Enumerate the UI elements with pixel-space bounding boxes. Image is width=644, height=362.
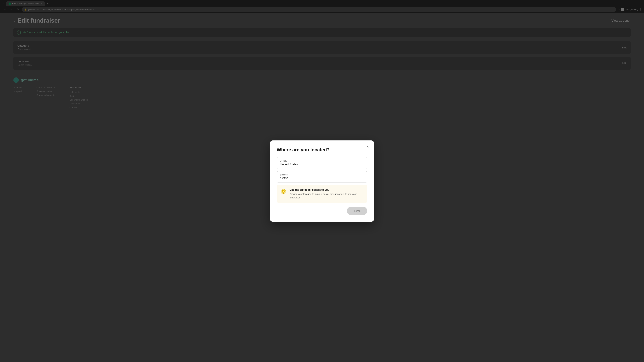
modal-overlay[interactable]: × Where are you located? Country Zip cod… — [0, 0, 644, 362]
zip-label: Zip code — [280, 174, 364, 176]
tip-box: Use the zip code closest to you Provide … — [277, 185, 367, 203]
country-field[interactable]: Country — [277, 157, 367, 169]
svg-rect-1 — [283, 193, 284, 193]
modal-title: Where are you located? — [277, 147, 367, 152]
zip-field[interactable]: Zip code — [277, 171, 367, 183]
modal-close-button[interactable]: × — [364, 144, 371, 150]
country-input[interactable] — [280, 163, 364, 166]
tip-body: Provide your location to make it easier … — [290, 192, 364, 199]
svg-rect-2 — [283, 193, 284, 194]
tip-content: Use the zip code closest to you Provide … — [290, 188, 364, 199]
save-button[interactable]: Save — [347, 207, 367, 215]
country-label: Country — [280, 160, 364, 162]
tip-heading: Use the zip code closest to you — [290, 188, 364, 191]
zip-input[interactable] — [280, 177, 364, 180]
lightbulb-icon — [280, 188, 287, 195]
svg-point-4 — [283, 191, 284, 191]
location-modal: × Where are you located? Country Zip cod… — [270, 140, 374, 222]
modal-footer: Save — [277, 207, 367, 215]
